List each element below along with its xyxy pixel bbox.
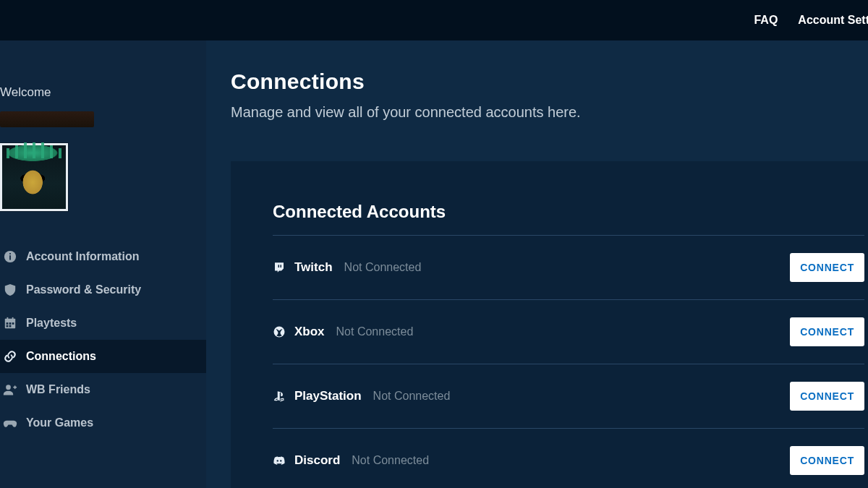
sidebar-item-label: Playtests xyxy=(26,317,77,330)
sidebar-item-account-information[interactable]: Account Information xyxy=(0,240,206,273)
nav-faq[interactable]: FAQ xyxy=(754,14,778,27)
sidebar-item-connections[interactable]: Connections xyxy=(0,340,206,373)
account-row-xbox: Xbox Not Connected CONNECT xyxy=(273,300,864,364)
shield-icon xyxy=(3,283,17,297)
gamepad-icon xyxy=(3,416,17,430)
account-status: Not Connected xyxy=(336,325,414,338)
connect-button-twitch[interactable]: CONNECT xyxy=(790,253,864,282)
sidebar-item-label: Connections xyxy=(26,350,96,363)
connected-accounts-heading: Connected Accounts xyxy=(273,202,868,222)
twitch-icon xyxy=(273,261,286,274)
sidebar-item-playtests[interactable]: Playtests xyxy=(0,307,206,340)
svg-point-17 xyxy=(280,460,281,461)
svg-rect-13 xyxy=(278,265,280,267)
svg-rect-6 xyxy=(9,322,12,325)
info-icon xyxy=(3,249,17,264)
svg-rect-1 xyxy=(9,255,11,260)
page-subtitle: Manage and view all of your connected ac… xyxy=(231,104,868,121)
topbar: FAQ Account Sett xyxy=(0,0,868,40)
account-status: Not Connected xyxy=(344,261,422,274)
account-row-twitch: Twitch Not Connected CONNECT xyxy=(273,236,864,300)
main: Connections Manage and view all of your … xyxy=(206,40,868,488)
account-name: PlayStation xyxy=(294,389,362,403)
svg-rect-2 xyxy=(9,253,11,254)
account-status: Not Connected xyxy=(352,454,429,467)
account-name: Discord xyxy=(294,453,340,468)
account-row-playstation: PlayStation Not Connected CONNECT xyxy=(273,364,864,429)
sidebar: Welcome Account Information Password & S… xyxy=(0,40,206,488)
add-user-icon xyxy=(3,382,17,397)
welcome-label: Welcome xyxy=(0,85,206,100)
svg-rect-8 xyxy=(7,325,9,328)
sidebar-item-wb-friends[interactable]: WB Friends xyxy=(0,373,206,406)
xbox-icon xyxy=(273,325,286,338)
account-status: Not Connected xyxy=(373,390,451,403)
svg-rect-5 xyxy=(7,322,9,325)
sidebar-item-label: Your Games xyxy=(26,416,93,429)
svg-rect-11 xyxy=(12,317,14,320)
connected-accounts-panel: Connected Accounts Twitch Not Connected … xyxy=(231,161,868,488)
nav-account-settings[interactable]: Account Sett xyxy=(798,14,868,27)
account-row-discord: Discord Not Connected CONNECT xyxy=(273,429,864,488)
svg-rect-14 xyxy=(281,265,282,267)
page-title: Connections xyxy=(231,69,868,94)
avatar[interactable] xyxy=(0,143,68,211)
sidebar-item-password-security[interactable]: Password & Security xyxy=(0,273,206,307)
connect-button-xbox[interactable]: CONNECT xyxy=(790,317,864,346)
svg-rect-9 xyxy=(9,325,12,328)
link-icon xyxy=(3,349,17,364)
connect-button-discord[interactable]: CONNECT xyxy=(790,446,864,475)
account-name: Twitch xyxy=(294,260,333,275)
sidebar-item-label: Account Information xyxy=(26,250,139,263)
sidebar-nav: Account Information Password & Security … xyxy=(0,240,206,440)
sidebar-item-your-games[interactable]: Your Games xyxy=(0,406,206,440)
discord-icon xyxy=(273,454,286,467)
sidebar-item-label: WB Friends xyxy=(26,383,90,396)
svg-point-12 xyxy=(6,385,11,390)
calendar-icon xyxy=(3,316,17,330)
svg-rect-7 xyxy=(12,322,14,325)
avatar-image xyxy=(2,145,66,209)
username-redacted xyxy=(0,111,94,127)
playstation-icon xyxy=(273,390,286,403)
connect-button-playstation[interactable]: CONNECT xyxy=(790,382,864,411)
sidebar-item-label: Password & Security xyxy=(26,283,141,296)
svg-rect-10 xyxy=(7,317,9,320)
account-name: Xbox xyxy=(294,325,325,339)
svg-point-16 xyxy=(277,460,278,461)
